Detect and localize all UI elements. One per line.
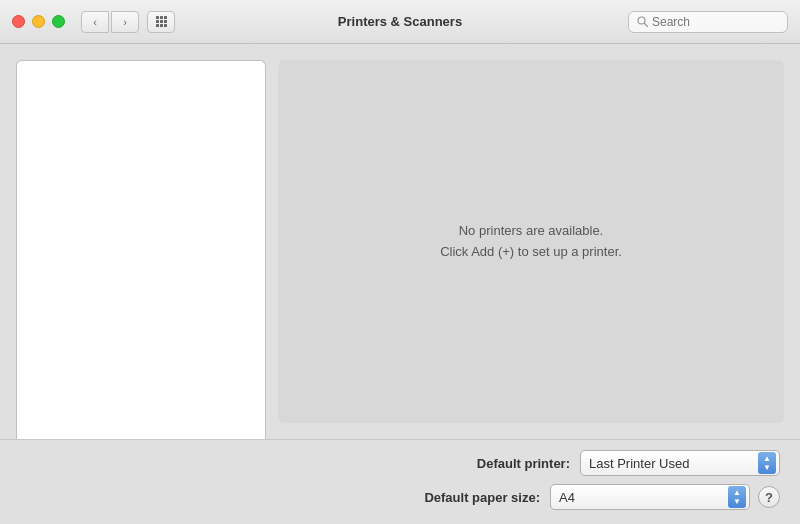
default-printer-label: Default printer: xyxy=(430,456,570,471)
default-paper-select-wrapper: A4LetterA3Legal ▲ ▼ xyxy=(550,484,750,510)
no-printer-line1: No printers are available. xyxy=(440,221,622,242)
traffic-lights xyxy=(12,15,65,28)
nav-buttons: ‹ › xyxy=(81,11,139,33)
svg-point-0 xyxy=(638,17,645,24)
paper-row-right: A4LetterA3Legal ▲ ▼ ? xyxy=(550,484,780,510)
search-box[interactable] xyxy=(628,11,788,33)
svg-line-1 xyxy=(645,24,648,27)
window-title: Printers & Scanners xyxy=(338,14,462,29)
search-icon xyxy=(637,16,648,27)
close-button[interactable] xyxy=(12,15,25,28)
no-printer-message: No printers are available. Click Add (+)… xyxy=(440,221,622,263)
main-content: + − No printers are available. Click Add… xyxy=(0,44,800,439)
default-printer-select[interactable]: Last Printer Used xyxy=(580,450,780,476)
back-button[interactable]: ‹ xyxy=(81,11,109,33)
bottom-bar: Default printer: Last Printer Used ▲ ▼ D… xyxy=(0,439,800,524)
forward-button[interactable]: › xyxy=(111,11,139,33)
title-bar: ‹ › Printers & Scanners xyxy=(0,0,800,44)
default-paper-row: Default paper size: A4LetterA3Legal ▲ ▼ … xyxy=(20,484,780,510)
grid-icon xyxy=(156,16,167,27)
default-printer-select-wrapper: Last Printer Used ▲ ▼ xyxy=(580,450,780,476)
maximize-button[interactable] xyxy=(52,15,65,28)
back-icon: ‹ xyxy=(93,16,97,28)
default-paper-select[interactable]: A4LetterA3Legal xyxy=(550,484,750,510)
search-input[interactable] xyxy=(652,15,779,29)
printer-detail-panel: No printers are available. Click Add (+)… xyxy=(278,60,784,423)
default-paper-label: Default paper size: xyxy=(400,490,540,505)
minimize-button[interactable] xyxy=(32,15,45,28)
default-printer-row: Default printer: Last Printer Used ▲ ▼ xyxy=(20,450,780,476)
forward-icon: › xyxy=(123,16,127,28)
help-button[interactable]: ? xyxy=(758,486,780,508)
no-printer-line2: Click Add (+) to set up a printer. xyxy=(440,242,622,263)
printer-list xyxy=(16,60,266,439)
grid-button[interactable] xyxy=(147,11,175,33)
help-icon: ? xyxy=(765,490,773,505)
printer-list-panel: + − xyxy=(16,60,266,423)
